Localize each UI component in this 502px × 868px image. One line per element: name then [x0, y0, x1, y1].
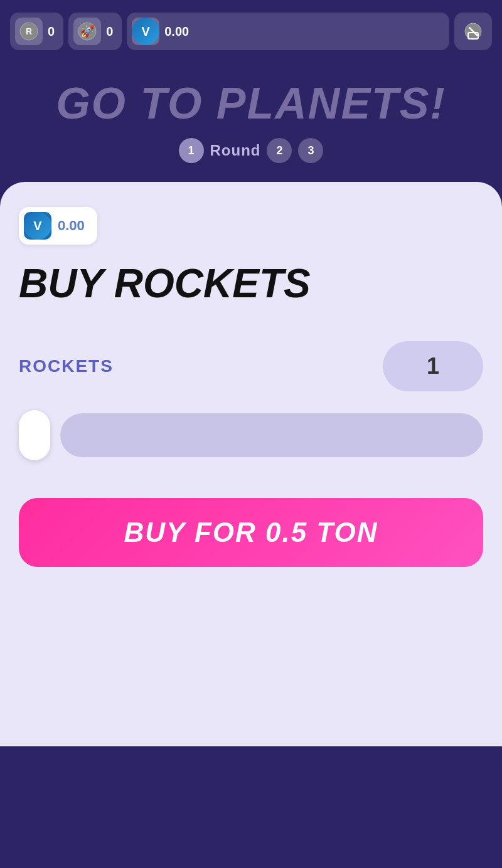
round-label: Round: [210, 142, 261, 159]
points-stat: R 0: [10, 13, 63, 50]
ton-stat: V 0.00: [127, 13, 449, 50]
main-card: V 0.00 BUY ROCKETS ROCKETS 1 BUY FOR 0.5…: [0, 182, 502, 746]
hero-section: GO TO PLANETS! 1 Round 2 3: [0, 56, 502, 163]
rockets-value: 0: [106, 24, 113, 39]
rockets-count-display: 1: [383, 341, 483, 391]
menu-button[interactable]: [454, 13, 492, 50]
points-icon: R: [15, 18, 43, 45]
balance-icon: V: [24, 212, 51, 240]
rockets-row: ROCKETS 1: [19, 341, 483, 391]
slider-thumb[interactable]: [19, 410, 50, 460]
quantity-slider-row[interactable]: [19, 410, 483, 460]
round-2-badge[interactable]: 2: [267, 138, 292, 163]
points-value: 0: [48, 24, 55, 39]
ton-value: 0.00: [164, 24, 189, 39]
header: R 0 🚀 0 V 0.00: [0, 0, 502, 56]
svg-text:🚀: 🚀: [80, 24, 95, 38]
rockets-stat: 🚀 0: [68, 13, 122, 50]
balance-value: 0.00: [58, 218, 85, 234]
round-indicators: 1 Round 2 3: [0, 138, 502, 163]
svg-text:R: R: [26, 26, 32, 36]
buy-heading: BUY ROCKETS: [19, 263, 483, 304]
ton-header-icon: V: [132, 18, 159, 45]
main-title: GO TO PLANETS!: [0, 56, 502, 138]
rocket-icon: 🚀: [73, 18, 101, 45]
slider-track[interactable]: [60, 413, 483, 457]
round-1-badge[interactable]: 1: [179, 138, 204, 163]
rockets-label: ROCKETS: [19, 356, 114, 376]
round-3-badge[interactable]: 3: [298, 138, 323, 163]
balance-display: V 0.00: [19, 207, 97, 245]
buy-button[interactable]: BUY FOR 0.5 TON: [19, 498, 483, 567]
